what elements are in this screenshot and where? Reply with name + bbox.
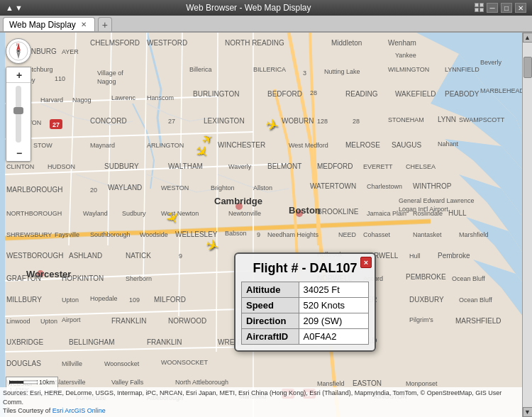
svg-text:Pilgrim's: Pilgrim's: [409, 316, 433, 323]
scroll-track[interactable]: [523, 43, 533, 407]
new-tab-button[interactable]: +: [98, 17, 112, 31]
svg-text:MARSHFIELD: MARSHFIELD: [455, 317, 501, 325]
zoom-slider-thumb[interactable]: [13, 107, 23, 114]
svg-text:FRANKLIN: FRANKLIN: [147, 338, 182, 346]
table-row: AircraftID A0F4A2: [242, 329, 369, 345]
scroll-up-arrow[interactable]: ▲: [523, 33, 533, 43]
grid-icon[interactable]: [475, 3, 484, 13]
svg-text:SAUGUS: SAUGUS: [392, 141, 422, 149]
scroll-down-arrow[interactable]: ▼: [523, 407, 533, 417]
svg-text:Needham Heights: Needham Heights: [267, 231, 319, 238]
svg-text:HUDSON: HUDSON: [48, 163, 75, 170]
svg-text:General Edward Lawrence: General Edward Lawrence: [399, 197, 475, 204]
svg-text:LYNNFIELD: LYNNFIELD: [445, 66, 480, 73]
svg-text:Mansfield: Mansfield: [317, 380, 345, 387]
flight-info-table: Altitude 34025 Ft Speed 520 Knots Direct…: [241, 282, 369, 345]
zoom-in-button[interactable]: +: [6, 67, 31, 83]
svg-text:Woonsocket: Woonsocket: [104, 360, 140, 367]
svg-text:Airport: Airport: [62, 316, 81, 323]
svg-text:Pembroke: Pembroke: [438, 252, 470, 260]
svg-text:WESTFORD: WESTFORD: [147, 39, 187, 47]
svg-text:Valley Falls: Valley Falls: [111, 379, 144, 386]
svg-text:MILLBURY: MILLBURY: [6, 296, 42, 304]
zoom-out-button[interactable]: −: [6, 145, 31, 161]
tab-close-button[interactable]: ✕: [79, 20, 89, 30]
close-button[interactable]: ✕: [515, 3, 526, 13]
svg-text:CONCORD: CONCORD: [90, 117, 127, 125]
svg-text:Cohasset: Cohasset: [363, 231, 391, 238]
svg-rect-180: [23, 381, 38, 384]
direction-label: Direction: [242, 313, 299, 329]
popup-close-button[interactable]: ×: [360, 257, 372, 268]
svg-text:AYER: AYER: [62, 48, 79, 55]
svg-text:MEDFORD: MEDFORD: [317, 162, 353, 170]
title-bar-scroll-down[interactable]: ▼: [15, 4, 23, 12]
restore-button[interactable]: □: [501, 3, 512, 13]
svg-text:GRAFTON: GRAFTON: [6, 274, 41, 282]
svg-text:WESTON: WESTON: [161, 184, 189, 191]
window-controls: ─ □ ✕: [475, 3, 526, 13]
svg-text:28: 28: [310, 89, 317, 96]
title-bar: ▲ ▼ Web Browser - Web Map Display ─ □ ✕: [0, 0, 532, 16]
svg-text:N: N: [16, 43, 19, 47]
tab-web-map-display[interactable]: Web Map Display ✕: [3, 17, 95, 31]
svg-text:North Attleborough: North Attleborough: [175, 379, 228, 386]
table-row: Altitude 34025 Ft: [242, 282, 369, 298]
svg-text:PEABODY: PEABODY: [445, 90, 480, 98]
svg-text:27: 27: [168, 118, 175, 125]
svg-text:DUXBURY: DUXBURY: [409, 296, 444, 304]
svg-text:Wayland: Wayland: [83, 210, 108, 217]
popup-title: Flight # - DAL107: [241, 261, 369, 276]
svg-text:BELLINGHAM: BELLINGHAM: [69, 338, 114, 346]
svg-text:Monponset: Monponset: [406, 380, 438, 387]
svg-text:Upton: Upton: [62, 296, 79, 304]
svg-rect-179: [9, 381, 23, 384]
svg-text:Brighton: Brighton: [211, 184, 235, 191]
svg-text:Babson: Babson: [225, 230, 247, 237]
svg-text:28: 28: [353, 118, 360, 125]
svg-text:LEXINGTON: LEXINGTON: [204, 117, 245, 125]
svg-text:READING: READING: [345, 90, 378, 98]
svg-text:NEED: NEED: [338, 231, 357, 238]
svg-text:UXBRIDGE: UXBRIDGE: [6, 338, 44, 346]
svg-text:Beverly: Beverly: [480, 59, 502, 66]
svg-text:Slatersville: Slatersville: [55, 379, 86, 386]
svg-text:EVERETT: EVERETT: [363, 163, 393, 170]
svg-text:Lawrenc: Lawrenc: [111, 94, 136, 101]
svg-text:NORWOOD: NORWOOD: [168, 317, 206, 325]
svg-text:109: 109: [129, 296, 140, 304]
svg-text:EASTON: EASTON: [353, 379, 382, 387]
title-bar-scroll-up[interactable]: ▲: [6, 4, 13, 12]
svg-text:BURLINGTON: BURLINGTON: [193, 90, 239, 98]
svg-text:Hull: Hull: [409, 252, 421, 260]
map-scrollbar-right: ▲ ▼: [522, 33, 532, 417]
svg-text:Hanscom: Hanscom: [147, 94, 174, 101]
attribution-text: Sources: Esri, HERE, DeLorme, USGS, Inte…: [3, 389, 501, 414]
svg-text:CHELSEA: CHELSEA: [406, 163, 436, 170]
svg-text:Hopedale: Hopedale: [90, 295, 118, 302]
compass-button[interactable]: N: [6, 38, 31, 64]
svg-text:Linwood: Linwood: [6, 318, 31, 325]
svg-text:Ocean Bluff: Ocean Bluff: [452, 275, 485, 282]
svg-text:PEMBROKE: PEMBROKE: [406, 273, 446, 281]
svg-text:BEDFORD: BEDFORD: [267, 90, 302, 98]
svg-text:Maynard: Maynard: [90, 142, 115, 149]
svg-text:Billerica: Billerica: [189, 66, 212, 73]
svg-text:Southborough: Southborough: [90, 231, 131, 238]
svg-text:Yankee: Yankee: [395, 52, 416, 59]
svg-text:3: 3: [303, 70, 306, 77]
svg-text:WALTHAM: WALTHAM: [168, 162, 203, 170]
tab-label: Web Map Display: [9, 20, 76, 30]
minimize-button[interactable]: ─: [487, 3, 498, 13]
svg-text:Nahant: Nahant: [438, 140, 459, 148]
tab-bar: Web Map Display ✕ +: [0, 16, 532, 33]
scroll-thumb[interactable]: [523, 57, 532, 78]
map-container[interactable]: Cambridge Boston Worcester LUNENBURG Fit…: [0, 33, 532, 417]
map-navigation: N + −: [6, 38, 31, 162]
attribution-link[interactable]: Esri ArcGIS Online: [52, 407, 106, 414]
svg-text:Waverly: Waverly: [228, 163, 252, 170]
svg-text:LYNN: LYNN: [438, 116, 456, 123]
svg-text:Sudbury: Sudbury: [122, 210, 146, 217]
svg-text:CHELMSFORD: CHELMSFORD: [90, 39, 140, 47]
svg-text:MARBLEHEAD: MARBLEHEAD: [480, 87, 525, 94]
